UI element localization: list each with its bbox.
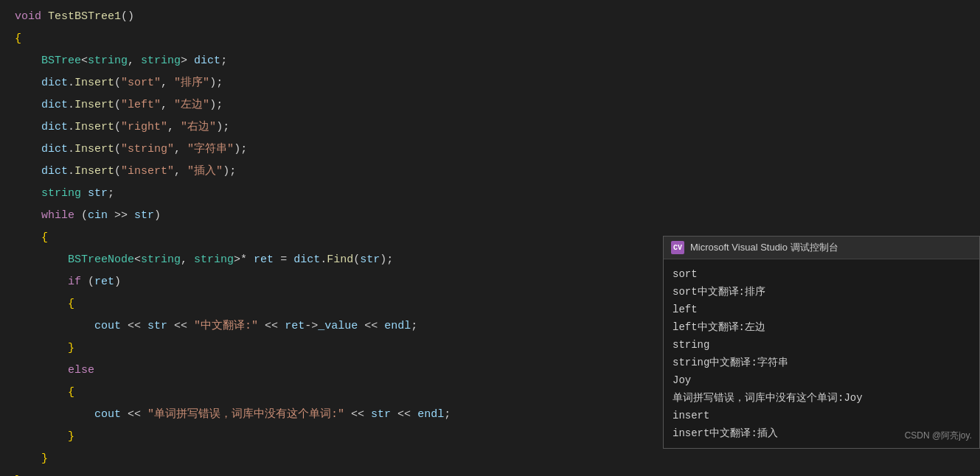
- console-output-line: left中文翻译:左边: [673, 318, 970, 336]
- code-line: dict.Insert("sort", "排序");: [0, 72, 980, 94]
- code-line: dict.Insert("left", "左边");: [0, 94, 980, 116]
- console-output-line: string: [673, 336, 970, 354]
- code-line: }: [0, 448, 980, 470]
- code-line: void TestBSTree1(): [0, 6, 980, 28]
- console-icon: CV: [671, 241, 684, 254]
- console-output-line: sort: [673, 265, 970, 283]
- watermark: CSDN @阿亮joy.: [905, 430, 972, 442]
- console-output-line: string中文翻译:字符串: [673, 354, 970, 371]
- code-line: {: [0, 28, 980, 50]
- code-line: while (cin >> str): [0, 205, 980, 227]
- code-line: }: [0, 470, 980, 476]
- console-body: sortsort中文翻译:排序leftleft中文翻译:左边stringstri…: [664, 259, 979, 448]
- console-title: Microsoft Visual Studio 调试控制台: [690, 241, 838, 254]
- console-output-line: Joy: [673, 371, 970, 389]
- console-output-line: sort中文翻译:排序: [673, 283, 970, 301]
- code-line: string str;: [0, 183, 980, 205]
- console-output-line: insert: [673, 407, 970, 424]
- code-line: BSTree<string, string> dict;: [0, 50, 980, 72]
- console-panel: CV Microsoft Visual Studio 调试控制台 sortsor…: [663, 236, 980, 449]
- code-line: dict.Insert("insert", "插入");: [0, 161, 980, 183]
- console-output-line: 单词拼写错误，词库中没有这个单词:Joy: [673, 389, 970, 407]
- console-output-line: left: [673, 301, 970, 318]
- code-line: dict.Insert("string", "字符串");: [0, 139, 980, 161]
- code-line: dict.Insert("right", "右边");: [0, 116, 980, 139]
- console-titlebar: CV Microsoft Visual Studio 调试控制台: [664, 237, 979, 259]
